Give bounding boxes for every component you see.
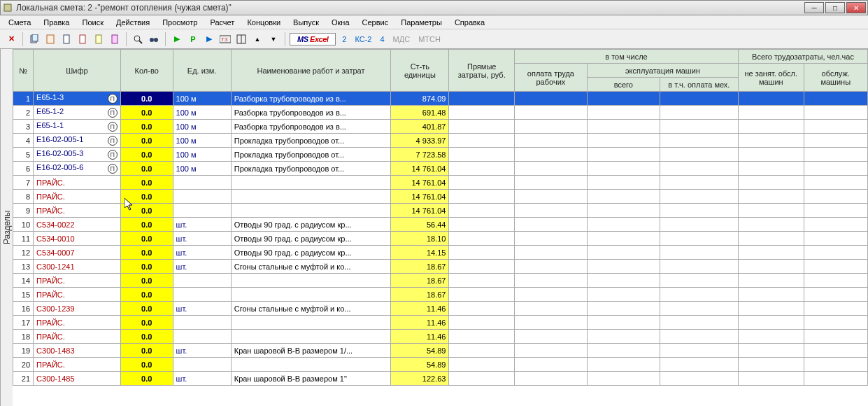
menu-6[interactable]: Концовки [241,17,286,28]
menu-8[interactable]: Окна [326,17,355,28]
table-row[interactable]: 13С300-12410.0шт.Сгоны стальные с муфтой… [13,260,868,274]
table-row[interactable]: 7ПРАЙС.0.014 761.04 [13,176,868,190]
toolbar-link-3[interactable]: МДС [389,34,415,45]
table-row[interactable]: 12С534-00070.0шт.Отводы 90 град. с радиу… [13,246,868,260]
toolbar-link-1[interactable]: КС-2 [350,34,376,45]
svg-rect-4 [64,35,69,43]
svg-rect-6 [96,35,101,43]
layout-icon[interactable] [234,32,248,46]
t3-icon[interactable]: T3 [218,32,232,46]
table-row[interactable]: 11С534-00100.0шт.Отводы 90 град. с радиу… [13,232,868,246]
table-row[interactable]: 18ПРАЙС.0.011.46 [13,330,868,344]
table-row[interactable]: 14ПРАЙС.0.018.67 [13,274,868,288]
table-row[interactable]: 1Е65-1-3Π0.0100 мРазборка трубопроводов … [13,92,868,106]
menu-2[interactable]: Поиск [76,17,108,28]
table-row[interactable]: 8ПРАЙС.0.014 761.04 [13,190,868,204]
svg-rect-0 [4,4,11,11]
menu-1[interactable]: Правка [38,17,75,28]
toolbar-link-4[interactable]: МТСН [414,34,445,45]
maximize-button[interactable]: □ [825,2,845,13]
menu-9[interactable]: Сервис [357,17,394,28]
delete-icon[interactable]: ✕ [4,32,18,46]
col-cost[interactable]: Ст-ть единицы [391,50,449,92]
svg-rect-3 [47,35,54,43]
table-row[interactable]: 2Е65-1-2Π0.0100 мРазборка трубопроводов … [13,106,868,120]
menu-3[interactable]: Действия [111,17,155,28]
table-row[interactable]: 5Е16-02-005-3Π0.0100 мПрокладка трубопро… [13,148,868,162]
col-vtom[interactable]: в том числе [514,50,738,64]
toolbar-link-2[interactable]: 4 [376,34,388,45]
minimize-button[interactable]: ─ [804,2,824,13]
window-title: Локальная смета: 2 -"ремонт отопления (ч… [16,3,804,13]
menu-10[interactable]: Параметры [395,17,448,28]
menu-11[interactable]: Справка [449,17,490,28]
table-row[interactable]: 15ПРАЙС.0.018.67 [13,288,868,302]
svg-rect-2 [32,34,38,41]
col-vse[interactable]: всего [587,78,660,92]
menu-7[interactable]: Выпуск [287,17,325,28]
binoculars-icon[interactable] [147,32,161,46]
window-titlebar: Локальная смета: 2 -"ремонт отопления (ч… [0,0,868,15]
col-vsego[interactable]: Всего трудозатраты, чел.час [738,50,867,64]
col-vtc[interactable]: в т.ч. оплата мех. [660,78,738,92]
paste-icon[interactable] [43,32,57,46]
close-button[interactable]: ✕ [846,2,866,13]
table-row[interactable]: 10С534-00220.0шт.Отводы 90 град. с радиу… [13,218,868,232]
svg-text:T3: T3 [221,36,228,43]
table-row[interactable]: 4Е16-02-005-1Π0.0100 мПрокладка трубопро… [13,134,868,148]
col-qty[interactable]: Кол-во [120,50,173,92]
ms-excel-button[interactable]: MS Excel [290,33,336,46]
table-row[interactable]: 16С300-12390.0шт.Сгоны стальные с муфтой… [13,302,868,316]
svg-rect-7 [112,35,118,43]
app-icon [2,2,13,13]
inc-icon[interactable]: ▲ [250,32,264,46]
col-opl[interactable]: оплата труда рабочих [514,64,587,92]
toolbar-link-0[interactable]: 2 [338,34,350,45]
doc1-icon[interactable] [59,32,73,46]
col-nez[interactable]: не занят. обсл. машин [738,64,804,92]
table-row[interactable]: 20ПРАЙС.0.054.89 [13,358,868,372]
table-row[interactable]: 17ПРАЙС.0.011.46 [13,316,868,330]
menubar: СметаПравкаПоискДействияПросмотрРасчетКо… [0,15,868,29]
col-zatr[interactable]: Прямые затраты, руб. [449,50,515,92]
copy-icon[interactable] [27,32,41,46]
col-shifr[interactable]: Шифр [34,50,121,92]
table-row[interactable]: 6Е16-02-005-6Π0.0100 мПрокладка трубопро… [13,162,868,176]
grid[interactable]: № Шифр Кол-во Ед. изм. Наименование рабо… [13,49,868,406]
svg-rect-5 [80,35,85,43]
svg-point-11 [154,38,158,42]
table-row[interactable]: 19С300-14830.0шт.Кран шаровой В-В размер… [13,344,868,358]
table-row[interactable]: 9ПРАЙС.0.014 761.04 [13,204,868,218]
menu-0[interactable]: Смета [3,17,36,28]
table-row[interactable]: 21С300-14850.0шт.Кран шаровой В-В размер… [13,372,868,386]
col-num[interactable]: № [13,50,34,92]
col-name[interactable]: Наименование работ и затрат [231,50,391,92]
svg-line-9 [139,41,142,43]
toolbar: ✕ ▶ P ▶ T3 ▲ ▼ MS Excel 2КС-24МДСМТСН [0,29,868,49]
p-button-icon[interactable]: P [186,32,200,46]
svg-point-10 [150,38,154,42]
doc4-icon[interactable] [108,32,122,46]
table-row[interactable]: 3Е65-1-1Π0.0100 мРазборка трубопроводов … [13,120,868,134]
sections-tab[interactable]: Разделы [0,49,13,406]
doc2-icon[interactable] [76,32,90,46]
col-unit[interactable]: Ед. изм. [173,50,231,92]
find-icon[interactable] [131,32,145,46]
play-blue-icon[interactable]: ▶ [202,32,216,46]
menu-4[interactable]: Просмотр [157,17,203,28]
svg-point-8 [134,36,140,41]
doc3-icon[interactable] [92,32,106,46]
play-green-icon[interactable]: ▶ [170,32,184,46]
col-obs[interactable]: обслуж. машины [804,64,868,92]
menu-5[interactable]: Расчет [204,17,240,28]
dec-icon[interactable]: ▼ [266,32,280,46]
col-eksp[interactable]: эксплуатация машин [587,64,738,78]
